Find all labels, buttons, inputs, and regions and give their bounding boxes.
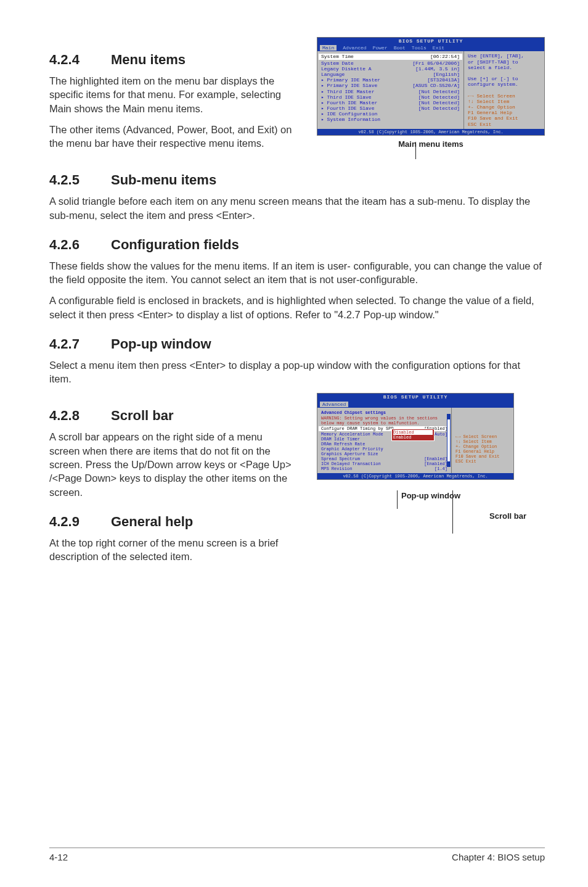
nav-action: Select Screen — [463, 434, 497, 439]
bios-item: ▸ Fourth IDE Master — [321, 100, 419, 105]
heading-426: 4.2.6Configuration fields — [49, 237, 545, 253]
bios-item: System Date — [321, 60, 412, 66]
heading-num: 4.2.6 — [49, 237, 111, 253]
nav-action: Select Screen — [476, 93, 515, 99]
bios-value: [1.44M, 3.5 in] — [415, 66, 460, 72]
bios-advanced-panel: Advanced Chipset settings WARNING: Setti… — [317, 408, 452, 474]
caption-scrollbar: Scroll bar — [317, 511, 526, 521]
bios-value: [Enabled] — [424, 456, 447, 461]
bios-help-line: Use [+] or [-] to — [468, 76, 541, 81]
bios-help-line: or [SHIFT-TAB] to — [468, 59, 541, 65]
heading-428: 4.2.8Scroll bar — [49, 408, 293, 424]
bios-item: ▸ IDE Configuration — [321, 111, 460, 117]
para-424-1: The highlighted item on the menu bar dis… — [49, 74, 306, 115]
heading-title: Scroll bar — [111, 408, 173, 423]
nav-key: ←→ — [455, 434, 460, 439]
nav-action: Select Item — [476, 99, 509, 104]
bios-help-panel: Use [ENTER], [TAB], or [SHIFT-TAB] to se… — [464, 51, 544, 128]
bios-tab-tools: Tools — [412, 45, 427, 51]
bios-footer: v02.58 (C)Copyright 1985-2006, American … — [317, 473, 513, 479]
callout-line-icon — [397, 490, 398, 509]
bios-item: System Time — [321, 54, 430, 59]
bios-menubar: Main Advanced Power Boot Tools Exit — [317, 44, 544, 51]
bios-tab-advanced: Advanced — [343, 45, 366, 51]
nav-action: Save and Exit — [466, 454, 500, 459]
bios-tab-main: Main — [320, 45, 337, 51]
nav-key: +- — [455, 444, 460, 449]
nav-action: Exit — [466, 459, 476, 464]
para-426-2: A configurable field is enclosed in brac… — [49, 294, 545, 321]
bios-item: Spread Spectrum — [321, 456, 424, 461]
nav-key: F1 — [468, 110, 474, 115]
bios-tab-boot: Boot — [394, 45, 406, 51]
bios-help-line: Use [ENTER], [TAB], — [468, 53, 541, 59]
nav-action: Select Item — [463, 439, 492, 444]
heading-title: Menu items — [111, 52, 186, 67]
callout-line-icon — [415, 142, 416, 159]
bios-item: MPS Revision — [321, 466, 435, 471]
bios-title: BIOS SETUP UTILITY — [317, 38, 544, 44]
para-426-1: These fields show the values for the men… — [49, 259, 545, 287]
page-number: 4-12 — [49, 852, 68, 862]
heading-num: 4.2.9 — [49, 514, 111, 530]
heading-num: 4.2.8 — [49, 408, 111, 424]
bios-value: [Not Detected] — [419, 94, 460, 100]
bios-item: ▸ Third IDE Master — [321, 89, 419, 94]
bios-section-heading: Advanced Chipset settings — [319, 410, 450, 415]
heading-title: Pop-up window — [111, 336, 211, 352]
bios-item: ▸ Fourth IDE Slave — [321, 105, 419, 111]
bios-tab-advanced: Advanced — [320, 402, 348, 407]
heading-425: 4.2.5Sub-menu items — [49, 172, 545, 188]
nav-action: General Help — [463, 449, 494, 454]
nav-action: Change Option — [476, 104, 515, 110]
bios-value: [ST320413A] — [427, 77, 460, 83]
para-424-2: The other items (Advanced, Power, Boot, … — [49, 123, 306, 151]
heading-title: Configuration fields — [111, 237, 239, 252]
para-428-1: A scroll bar appears on the right side o… — [49, 430, 293, 498]
bios-value: [Not Detected] — [419, 89, 460, 94]
bios-item: Graphics Aperture Size — [321, 452, 447, 456]
nav-key: F10 — [455, 454, 463, 459]
bios-caption-main: Main menu items — [317, 139, 545, 149]
bios-footer: v02.58 (C)Copyright 1985-2006, American … — [317, 129, 544, 135]
nav-action: Exit — [480, 122, 491, 127]
nav-key: ESC — [468, 122, 476, 127]
bios-item: ▸ Primary IDE Slave — [321, 83, 412, 88]
bios-menubar: Advanced — [317, 401, 513, 408]
nav-key: ESC — [455, 459, 463, 464]
para-425-1: A solid triangle before each item on any… — [49, 194, 545, 222]
para-429-1: At the top right corner of the menu scre… — [49, 536, 293, 564]
bios-main-panel: System Time[06:22:54] System Date[Fri 05… — [317, 51, 464, 128]
bios-help-line: configure system. — [468, 81, 541, 87]
popup-option: Disabled — [393, 430, 433, 435]
heading-num: 4.2.5 — [49, 172, 111, 188]
bios-item: ICH Delayed Transaction — [321, 461, 424, 466]
bios-value: [English] — [433, 72, 460, 77]
bios-item: ▸ Primary IDE Master — [321, 77, 427, 83]
nav-key: ↑↓ — [468, 99, 474, 104]
nav-key: ←→ — [468, 93, 474, 99]
bios-value: [1.4] — [435, 466, 447, 471]
bios-warning: WARNING: Setting wrong values in the sec… — [321, 416, 447, 426]
bios-main-screenshot: BIOS SETUP UTILITY Main Advanced Power B… — [317, 37, 545, 136]
bios-value: [ASUS CD-S520/A] — [412, 83, 460, 88]
bios-item: ▸ System Information — [321, 117, 460, 122]
bios-value: [Not Detected] — [419, 100, 460, 105]
bios-tab-power: Power — [373, 45, 388, 51]
heading-num: 4.2.7 — [49, 336, 111, 352]
bios-item: Legacy Diskette A — [321, 66, 415, 72]
page-footer: 4-12 Chapter 4: BIOS setup — [0, 848, 588, 862]
callout-line-icon — [452, 490, 453, 534]
bios-value: [Fri 05/04/2006] — [412, 60, 460, 66]
bios-help-line: select a field. — [468, 65, 541, 70]
scroll-bar-icon — [447, 414, 451, 468]
nav-key: +- — [468, 104, 474, 110]
nav-action: Save and Exit — [480, 115, 518, 121]
nav-key: ↑↓ — [455, 439, 460, 444]
heading-424: 4.2.4Menu items — [49, 52, 306, 68]
heading-title: Sub-menu items — [111, 172, 216, 188]
heading-429: 4.2.9General help — [49, 514, 293, 530]
nav-action: General Help — [476, 110, 512, 115]
bios-value: [Not Detected] — [419, 105, 460, 111]
bios-advanced-screenshot: BIOS SETUP UTILITY Advanced Advanced Chi… — [317, 393, 514, 480]
